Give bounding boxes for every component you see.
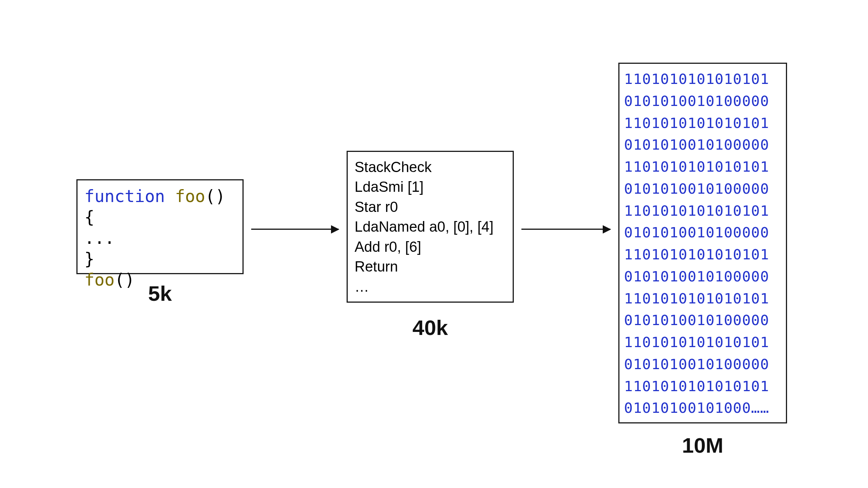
machine-line: 1101010101010101 xyxy=(624,244,781,266)
machine-line: 1101010101010101 xyxy=(624,200,781,222)
source-code-box: function foo() { ... } foo() xyxy=(76,179,244,274)
machine-line: 1101010101010101 xyxy=(624,288,781,310)
source-size-label: 5k xyxy=(76,281,244,306)
arrow-bytecode-to-machine xyxy=(521,229,610,230)
bytecode-box: StackCheck LdaSmi [1] Star r0 LdaNamed a… xyxy=(347,151,514,303)
machine-line: 0101010010100000 xyxy=(624,134,781,156)
machine-line: 01010100101000…… xyxy=(624,397,781,419)
keyword-function: function xyxy=(84,186,165,206)
machine-line: 0101010010100000 xyxy=(624,90,781,112)
bytecode-size-label: 40k xyxy=(347,315,514,340)
machine-line: 0101010010100000 xyxy=(624,222,781,244)
machine-line: 0101010010100000 xyxy=(624,266,781,288)
bytecode-line: Star r0 xyxy=(355,197,506,217)
bytecode-line: LdaSmi [1] xyxy=(355,177,506,197)
arrow-source-to-bytecode xyxy=(251,229,339,230)
bytecode-line: LdaNamed a0, [0], [4] xyxy=(355,217,506,237)
machine-line: 0101010010100000 xyxy=(624,310,781,332)
machine-line: 0101010010100000 xyxy=(624,178,781,200)
machine-line: 1101010101010101 xyxy=(624,68,781,90)
machine-line: 1101010101010101 xyxy=(624,332,781,354)
bytecode-line: Return xyxy=(355,257,506,276)
machine-line: 1101010101010101 xyxy=(624,112,781,134)
bytecode-line: StackCheck xyxy=(355,157,506,177)
machine-code-box: 1101010101010101 0101010010100000 110101… xyxy=(618,63,787,423)
source-line-2: ... xyxy=(84,227,236,248)
diagram-stage: { "source": { "label": "5k", "line1_kw":… xyxy=(0,0,868,488)
source-line-3: } xyxy=(84,248,236,269)
machine-size-label: 10M xyxy=(618,433,787,458)
function-name-foo: foo xyxy=(175,186,205,206)
machine-line: 1101010101010101 xyxy=(624,156,781,178)
machine-line: 1101010101010101 xyxy=(624,376,781,398)
source-line-1: function foo() { xyxy=(84,186,236,227)
machine-line: 0101010010100000 xyxy=(624,354,781,376)
bytecode-line: … xyxy=(355,277,506,297)
bytecode-line: Add r0, [6] xyxy=(355,237,506,257)
